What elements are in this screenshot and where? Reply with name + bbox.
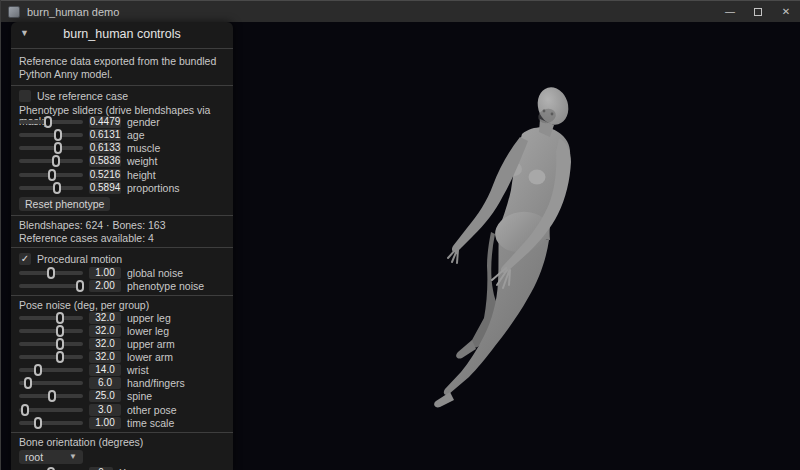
global-noise-value[interactable]: 1.00 xyxy=(89,267,121,279)
time-scale-value[interactable]: 1.00 xyxy=(89,417,121,429)
spine-label: spine xyxy=(127,390,152,402)
muscle-slider[interactable] xyxy=(19,142,83,155)
slider-handle[interactable] xyxy=(48,169,56,181)
use-reference-case-row[interactable]: Use reference case xyxy=(11,89,233,104)
slider-row-lower-leg: 32.0 lower leg xyxy=(11,324,233,337)
minimize-icon: — xyxy=(725,6,735,17)
slider-row-upper-arm: 32.0 upper arm xyxy=(11,338,233,351)
slider-row-age: 0.6131 age xyxy=(11,129,233,142)
age-label: age xyxy=(127,129,145,141)
slider-row-phenotype-noise: 2.00 phenotype noise xyxy=(11,279,233,292)
use-reference-case-checkbox[interactable] xyxy=(19,90,31,102)
upper-arm-slider[interactable] xyxy=(19,338,83,351)
slider-handle[interactable] xyxy=(21,404,29,416)
slider-handle[interactable] xyxy=(54,129,62,141)
wrist-slider[interactable] xyxy=(19,364,83,377)
spine-value[interactable]: 25.0 xyxy=(89,390,121,402)
age-value[interactable]: 0.6131 xyxy=(89,129,121,141)
collapse-icon[interactable]: ▼ xyxy=(20,28,29,38)
procedural-motion-label: Procedural motion xyxy=(37,253,122,265)
upper-arm-value[interactable]: 32.0 xyxy=(89,338,121,350)
lower-arm-value[interactable]: 32.0 xyxy=(89,351,121,363)
other-pose-value[interactable]: 3.0 xyxy=(89,404,121,416)
proportions-value[interactable]: 0.5894 xyxy=(89,182,121,194)
phenotype-noise-label: phenotype noise xyxy=(127,280,204,292)
separator xyxy=(11,85,233,86)
slider-handle[interactable] xyxy=(76,280,84,292)
slider-handle[interactable] xyxy=(48,390,56,402)
lower-leg-value[interactable]: 32.0 xyxy=(89,325,121,337)
separator xyxy=(11,295,233,296)
slider-row-time-scale: 1.00 time scale xyxy=(11,416,233,429)
gender-slider[interactable] xyxy=(19,116,83,129)
reset-phenotype-button[interactable]: Reset phenotype xyxy=(19,197,110,211)
slider-row-upper-leg: 32.0 upper leg xyxy=(11,311,233,324)
muscle-value[interactable]: 0.6133 xyxy=(89,142,121,154)
phenotype-noise-value[interactable]: 2.00 xyxy=(89,280,121,292)
slider-handle[interactable] xyxy=(54,142,62,154)
slider-handle[interactable] xyxy=(56,325,64,337)
weight-slider[interactable] xyxy=(19,155,83,168)
muscle-label: muscle xyxy=(127,142,160,154)
separator xyxy=(11,215,233,216)
minimize-button[interactable]: — xyxy=(716,1,744,23)
proportions-label: proportions xyxy=(127,182,180,194)
height-slider[interactable] xyxy=(19,168,83,181)
slider-handle[interactable] xyxy=(52,155,60,167)
other-pose-label: other pose xyxy=(127,404,177,416)
close-icon: ✕ xyxy=(782,6,790,17)
slider-handle[interactable] xyxy=(24,377,32,389)
slider-row-spine: 25.0 spine xyxy=(11,390,233,403)
bone-select-dropdown[interactable]: root ▼ xyxy=(19,450,83,464)
height-value[interactable]: 0.5216 xyxy=(89,169,121,181)
lower-leg-slider[interactable] xyxy=(19,324,83,337)
separator xyxy=(11,247,233,248)
slider-row-wrist: 14.0 wrist xyxy=(11,364,233,377)
procedural-motion-checkbox[interactable]: ✓ xyxy=(19,253,31,265)
slider-handle[interactable] xyxy=(53,182,61,194)
lower-arm-slider[interactable] xyxy=(19,351,83,364)
slider-handle[interactable] xyxy=(56,351,64,363)
slider-row-gender: 0.4479 gender xyxy=(11,116,233,129)
slider-handle[interactable] xyxy=(56,312,64,324)
gender-value[interactable]: 0.4479 xyxy=(89,116,121,128)
other-pose-slider[interactable] xyxy=(19,403,83,416)
controls-panel: ▼ burn_human controls Reference data exp… xyxy=(11,22,233,470)
weight-label: weight xyxy=(127,155,157,167)
slider-handle[interactable] xyxy=(34,364,42,376)
window-titlebar[interactable]: burn_human demo — ✕ xyxy=(1,0,800,22)
slider-row-height: 0.5216 height xyxy=(11,168,233,181)
procedural-motion-row[interactable]: ✓ Procedural motion xyxy=(11,251,233,266)
lower-leg-label: lower leg xyxy=(127,325,169,337)
panel-title: burn_human controls xyxy=(11,27,233,41)
maximize-button[interactable] xyxy=(744,1,772,23)
time-scale-label: time scale xyxy=(127,417,174,429)
hand-fingers-slider[interactable] xyxy=(19,377,83,390)
upper-leg-value[interactable]: 32.0 xyxy=(89,312,121,324)
hand-fingers-value[interactable]: 6.0 xyxy=(89,377,121,389)
spine-slider[interactable] xyxy=(19,390,83,403)
phenotype-noise-slider[interactable] xyxy=(19,279,83,292)
age-slider[interactable] xyxy=(19,129,83,142)
proportions-slider[interactable] xyxy=(19,181,83,194)
wrist-value[interactable]: 14.0 xyxy=(89,364,121,376)
close-button[interactable]: ✕ xyxy=(772,1,800,23)
time-scale-slider[interactable] xyxy=(19,416,83,429)
upper-leg-slider[interactable] xyxy=(19,311,83,324)
slider-row-hand-fingers: 6.0 hand/fingers xyxy=(11,377,233,390)
panel-header[interactable]: ▼ burn_human controls xyxy=(11,22,233,45)
bone-x-slider[interactable] xyxy=(19,466,83,470)
lower-arm-label: lower arm xyxy=(127,351,173,363)
chevron-down-icon: ▼ xyxy=(69,451,77,463)
upper-leg-label: upper leg xyxy=(127,312,171,324)
weight-value[interactable]: 0.5836 xyxy=(89,155,121,167)
slider-row-proportions: 0.5894 proportions xyxy=(11,181,233,194)
height-label: height xyxy=(127,169,156,181)
slider-handle[interactable] xyxy=(47,267,55,279)
use-reference-case-label: Use reference case xyxy=(37,90,128,102)
slider-handle[interactable] xyxy=(34,417,42,429)
slider-handle[interactable] xyxy=(56,338,64,350)
global-noise-slider[interactable] xyxy=(19,266,83,279)
bone-orientation-heading: Bone orientation (degrees) xyxy=(11,436,233,448)
slider-handle[interactable] xyxy=(44,116,52,128)
